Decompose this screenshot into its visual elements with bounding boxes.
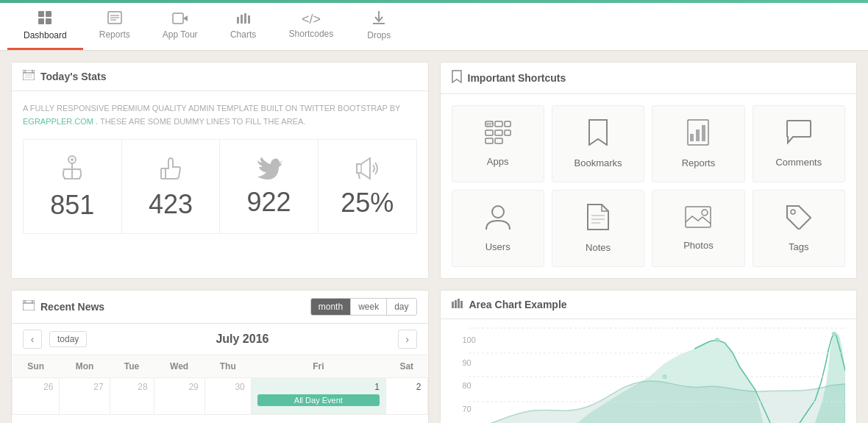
shortcut-bookmarks[interactable]: Bookmarks [552, 105, 644, 182]
nav-label-reports: Reports [99, 29, 130, 40]
cal-day-27[interactable]: 27 [60, 378, 110, 415]
nav-item-app-tour[interactable]: App Tour [146, 3, 214, 50]
nav-item-drops[interactable]: Drops [349, 3, 408, 50]
table-row: 26 27 28 29 30 1 All Day Event 2 [13, 378, 428, 415]
cal-day-29[interactable]: 29 [154, 378, 204, 415]
chart-header-icon [452, 298, 463, 311]
shortcut-photos[interactable]: Photos [652, 190, 744, 267]
app-tour-icon [172, 12, 188, 26]
svg-rect-45 [702, 125, 705, 141]
stats-header-icon [23, 70, 35, 83]
svg-rect-43 [690, 134, 694, 141]
nav-item-dashboard[interactable]: Dashboard [7, 3, 83, 50]
weekday-wed: Wed [154, 355, 204, 378]
area-chart-card: Area Chart Example 100 90 80 70 60 50 [440, 290, 858, 423]
shortcut-users[interactable]: Users [452, 190, 544, 267]
svg-rect-44 [696, 129, 700, 141]
svg-rect-58 [455, 300, 457, 308]
egrappler-link[interactable]: EGRAPPLER.COM [23, 117, 93, 126]
nav-label-app-tour: App Tour [163, 29, 198, 40]
shortcut-label-photos: Photos [683, 240, 713, 251]
view-day-btn[interactable]: day [387, 299, 416, 315]
bookmarks-icon [587, 119, 609, 152]
shortcut-reports-icon [687, 119, 709, 152]
recent-news-title: Recent News [40, 301, 104, 313]
shortcut-notes[interactable]: Notes [552, 190, 644, 267]
drops-icon [372, 10, 385, 27]
weekday-mon: Mon [60, 355, 110, 378]
svg-rect-38 [495, 130, 502, 135]
shortcut-apps[interactable]: Apps [452, 105, 544, 182]
shortcuts-card: Important Shortcuts [440, 62, 858, 279]
stat-likes: 423 [122, 140, 221, 234]
calendar-table: Sun Mon Tue Wed Thu Fri Sat 26 27 28 29 [12, 355, 428, 415]
svg-rect-59 [458, 299, 460, 308]
navigation: Dashboard Reports App Tour [0, 3, 868, 51]
svg-rect-13 [248, 15, 250, 24]
svg-point-51 [702, 210, 708, 216]
shortcut-comments[interactable]: Comments [753, 105, 845, 182]
main-content: Today's Stats A FULLY RESPONSIVE PREMIUM… [0, 51, 868, 423]
stat-value-851: 851 [50, 192, 94, 218]
notes-icon [587, 204, 609, 236]
cal-day-1[interactable]: 1 All Day Event [251, 378, 385, 415]
all-day-event-badge[interactable]: All Day Event [257, 394, 380, 406]
shortcut-tags[interactable]: Tags [753, 190, 845, 267]
calendar-navigation: ‹ today July 2016 › [12, 324, 428, 355]
nav-item-charts[interactable]: Charts [214, 3, 273, 50]
charts-icon [236, 11, 251, 26]
anchor-icon [60, 154, 85, 186]
todays-stats-body: A FULLY RESPONSIVE PREMIUM QUALITY ADMIN… [12, 91, 428, 245]
svg-rect-60 [460, 301, 463, 308]
photos-icon [685, 206, 711, 234]
bookmark-header-icon [452, 70, 462, 86]
svg-rect-3 [46, 18, 51, 24]
shortcut-label-bookmarks: Bookmarks [574, 157, 622, 168]
users-icon [485, 205, 511, 235]
cal-day-30[interactable]: 30 [204, 378, 251, 415]
svg-point-46 [492, 206, 504, 218]
view-week-btn[interactable]: week [351, 299, 387, 315]
stats-description: A FULLY RESPONSIVE PREMIUM QUALITY ADMIN… [23, 102, 417, 128]
comments-icon [786, 120, 812, 151]
twitter-icon [256, 157, 282, 183]
stat-megaphone: 25% [319, 140, 417, 234]
svg-rect-50 [686, 207, 711, 227]
shortcuts-body: Apps Bookmarks [441, 94, 857, 278]
shortcut-reports[interactable]: Reports [652, 105, 744, 182]
nav-item-shortcodes[interactable]: </> Shortcodes [273, 3, 350, 50]
weekday-sat: Sat [385, 355, 427, 378]
svg-rect-35 [495, 121, 502, 127]
cal-day-28[interactable]: 28 [110, 378, 154, 415]
cal-day-26[interactable]: 26 [13, 378, 60, 415]
svg-rect-41 [495, 138, 502, 143]
shortcuts-title: Important Shortcuts [468, 72, 566, 84]
weekday-tue: Tue [110, 355, 154, 378]
cal-day-2[interactable]: 2 [385, 378, 427, 415]
svg-rect-11 [241, 15, 243, 24]
nav-label-dashboard: Dashboard [24, 30, 67, 40]
reports-nav-icon [107, 11, 122, 26]
svg-rect-2 [38, 18, 44, 24]
cal-today-btn[interactable]: today [49, 331, 87, 347]
nav-label-charts: Charts [230, 29, 256, 40]
todays-stats-card: Today's Stats A FULLY RESPONSIVE PREMIUM… [11, 62, 429, 279]
area-chart-title: Area Chart Example [469, 299, 567, 310]
stat-twitter: 922 [220, 140, 319, 234]
svg-rect-37 [485, 130, 493, 135]
megaphone-icon [354, 157, 380, 184]
nav-item-reports[interactable]: Reports [83, 3, 146, 50]
nav-label-drops: Drops [367, 30, 391, 40]
cal-prev-btn[interactable]: ‹ [23, 330, 42, 349]
calendar-header-row: Sun Mon Tue Wed Thu Fri Sat [13, 355, 428, 378]
weekday-sun: Sun [13, 355, 60, 378]
news-header-icon [23, 300, 35, 313]
shortcodes-icon: </> [302, 13, 321, 26]
cal-next-btn[interactable]: › [398, 330, 417, 349]
view-month-btn[interactable]: month [311, 299, 351, 315]
svg-marker-9 [183, 15, 188, 21]
shortcuts-grid: Apps Bookmarks [452, 105, 846, 267]
tags-icon [786, 205, 812, 235]
apps-icon [485, 121, 511, 150]
svg-rect-0 [38, 11, 44, 17]
